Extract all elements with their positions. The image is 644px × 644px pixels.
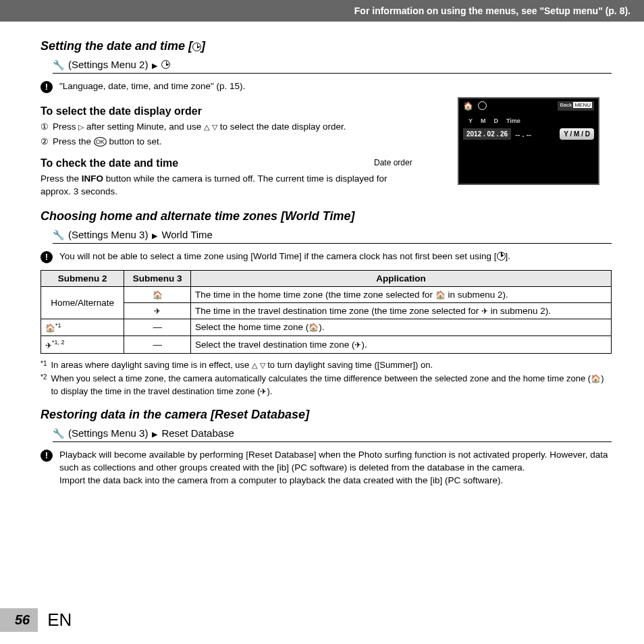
t: When you select a time zone, the camera … (51, 373, 591, 383)
t: to turn daylight saving time ([Summer]) … (265, 360, 433, 370)
wrench-icon (53, 427, 64, 439)
info-bold: INFO (82, 173, 103, 184)
cell-dash: — (124, 336, 191, 354)
lcd-time: Time (506, 117, 520, 124)
cell-home-icon (124, 286, 191, 302)
wrench-icon (53, 59, 64, 70)
t: The time in the home time zone (the time… (195, 290, 435, 300)
arrow-icon (152, 427, 157, 439)
page-content: Setting the date and time [] (Settings M… (0, 22, 644, 487)
sup: *1, 2 (52, 339, 65, 346)
home-icon (308, 322, 319, 332)
th-submenu3: Submenu 3 (124, 270, 191, 286)
home-icon (591, 373, 601, 383)
t: (Settings Menu 3) (68, 427, 148, 439)
home-icon (153, 290, 163, 300)
plane-icon (481, 306, 488, 316)
table-row: *1 — Select the home time zone (). (41, 319, 612, 336)
lcd-panel-area: Date order Back MENU Y M D Time (423, 97, 612, 185)
menu-label: MENU (573, 102, 592, 108)
header-text: For information on using the menus, see … (354, 5, 630, 16)
section2-title: Choosing home and alternate time zones [… (41, 209, 612, 223)
t: In areas where daylight saving time is i… (51, 360, 251, 370)
t: button to set. (107, 136, 162, 146)
plane-icon (45, 340, 52, 350)
lcd-dashes: -- . -- (515, 130, 531, 138)
note-row-1: ! "Language, date, time, and time zone" … (41, 80, 612, 93)
section1-title: Setting the date and time [] (41, 39, 612, 53)
caution-icon: ! (41, 450, 53, 462)
section3-title: Restoring data in the camera [Reset Data… (41, 408, 612, 422)
cell-home-alt: Home/Alternate (41, 286, 124, 319)
cell-home-sup: *1 (41, 319, 124, 336)
home-icon (463, 103, 473, 110)
sup: *1 (55, 322, 61, 329)
t: to select the date display order. (217, 122, 346, 132)
home-icon (45, 323, 55, 333)
t: in submenu 2). (488, 306, 551, 316)
breadcrumb-1: (Settings Menu 2) (53, 57, 612, 74)
note-text: You will not be able to select a time zo… (59, 250, 510, 263)
cell-dash: — (124, 319, 191, 336)
caution-icon: ! (41, 81, 53, 93)
cell-app: The time in the home time zone (the time… (191, 286, 612, 302)
sub-heading-1: To select the date display order (41, 105, 412, 117)
cell-app: The time in the travel destination time … (191, 302, 612, 319)
cell-plane-icon (124, 302, 191, 319)
up-icon (252, 360, 257, 370)
t: ). (361, 340, 367, 350)
arrow-icon (152, 59, 157, 70)
lcd-m: M (481, 117, 486, 124)
note-row-3: ! Playback will become available by perf… (41, 449, 612, 487)
footnote-2: *2 When you select a time zone, the came… (41, 373, 612, 398)
t: Press the (41, 173, 82, 184)
t: in submenu 2). (446, 290, 508, 300)
check-date-para: Press the INFO button while the camera i… (41, 172, 412, 198)
fn-label: *2 (41, 373, 47, 398)
clock-icon (161, 60, 170, 69)
t: Select the home time zone ( (195, 322, 308, 332)
page-number: 56 (0, 608, 38, 632)
date-order-label: Date order (374, 158, 412, 167)
breadcrumb-2: (Settings Menu 3) World Time (53, 227, 612, 244)
lcd-date: 2012 . 02 . 26 (463, 128, 511, 140)
cell-app: Select the home time zone (). (191, 319, 612, 336)
footnote-1: *1 In areas where daylight saving time i… (41, 359, 612, 372)
plane-icon (354, 340, 361, 350)
t: ]. (506, 251, 511, 261)
t: You will not be able to select a time zo… (59, 251, 497, 261)
down-icon (212, 122, 217, 132)
lcd-d: D (494, 117, 499, 124)
num-1-icon: ① (41, 120, 49, 134)
note-text: "Language, date, time, and time zone" (p… (59, 80, 245, 93)
header-bar: For information on using the menus, see … (0, 0, 644, 22)
breadcrumb-text: (Settings Menu 2) (68, 59, 148, 70)
t: (Settings Menu 3) (68, 229, 148, 240)
clock-icon (192, 43, 201, 51)
home-icon (435, 290, 446, 300)
cell-plane-sup: *1, 2 (41, 336, 124, 354)
lcd-ymd: Y / M / D (560, 128, 594, 140)
clock-icon (497, 252, 506, 261)
up-icon (204, 122, 209, 132)
table-row: The time in the travel destination time … (41, 302, 612, 319)
t: Press (53, 122, 78, 132)
step-1: ① Press after setting Minute, and use to… (41, 120, 412, 134)
wrench-icon (53, 229, 64, 240)
caution-icon: ! (41, 251, 53, 263)
cell-app: Select the travel destination time zone … (191, 336, 612, 354)
th-submenu2: Submenu 2 (41, 270, 124, 286)
page-footer: 56 EN (0, 608, 72, 632)
note-row-2: ! You will not be able to select a time … (41, 250, 612, 263)
t: World Time (161, 229, 213, 240)
lcd-screen: Back MENU Y M D Time 2012 . 02 . 26 -- .… (458, 97, 599, 185)
t: ). (319, 322, 324, 332)
plane-icon (154, 306, 161, 316)
lcd-y: Y (468, 117, 473, 124)
down-icon (260, 360, 265, 370)
footnotes: *1 In areas where daylight saving time i… (41, 359, 612, 399)
t: ). (267, 386, 272, 396)
sub-heading-2: To check the date and time (41, 157, 412, 169)
arrow-icon (152, 229, 157, 240)
steps-list: ① Press after setting Minute, and use to… (41, 120, 412, 149)
